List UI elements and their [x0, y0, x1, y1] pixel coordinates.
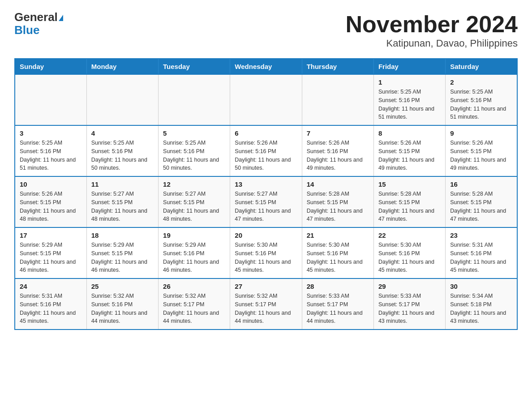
day-info: Sunrise: 5:33 AM Sunset: 5:17 PM Dayligh… [307, 292, 369, 325]
calendar-cell-w3-d7: 16Sunrise: 5:28 AM Sunset: 5:15 PM Dayli… [446, 176, 517, 227]
calendar-week-3: 10Sunrise: 5:26 AM Sunset: 5:15 PM Dayli… [15, 176, 517, 227]
day-info: Sunrise: 5:25 AM Sunset: 5:16 PM Dayligh… [20, 139, 82, 172]
calendar-cell-w5-d2: 25Sunrise: 5:32 AM Sunset: 5:16 PM Dayli… [86, 278, 158, 330]
day-info: Sunrise: 5:31 AM Sunset: 5:16 PM Dayligh… [450, 241, 512, 274]
day-info: Sunrise: 5:27 AM Sunset: 5:15 PM Dayligh… [91, 190, 154, 223]
calendar-cell-w2-d5: 7Sunrise: 5:26 AM Sunset: 5:16 PM Daylig… [302, 125, 373, 176]
calendar-body: 1Sunrise: 5:25 AM Sunset: 5:16 PM Daylig… [15, 74, 517, 330]
day-number: 10 [20, 180, 82, 188]
day-number: 13 [235, 180, 297, 188]
calendar-cell-w2-d3: 5Sunrise: 5:25 AM Sunset: 5:16 PM Daylig… [159, 125, 230, 176]
calendar-week-4: 17Sunrise: 5:29 AM Sunset: 5:15 PM Dayli… [15, 227, 517, 278]
calendar-cell-w1-d7: 2Sunrise: 5:25 AM Sunset: 5:16 PM Daylig… [446, 74, 517, 125]
calendar-cell-w5-d6: 29Sunrise: 5:33 AM Sunset: 5:17 PM Dayli… [373, 278, 445, 330]
day-number: 6 [235, 129, 297, 137]
weekday-header-wednesday: Wednesday [230, 59, 302, 74]
day-number: 19 [163, 231, 225, 239]
day-info: Sunrise: 5:28 AM Sunset: 5:15 PM Dayligh… [378, 190, 441, 223]
day-info: Sunrise: 5:25 AM Sunset: 5:16 PM Dayligh… [450, 88, 512, 121]
calendar-cell-w2-d6: 8Sunrise: 5:26 AM Sunset: 5:15 PM Daylig… [373, 125, 445, 176]
day-info: Sunrise: 5:25 AM Sunset: 5:16 PM Dayligh… [91, 139, 154, 172]
calendar-week-1: 1Sunrise: 5:25 AM Sunset: 5:16 PM Daylig… [15, 74, 517, 125]
weekday-header-tuesday: Tuesday [159, 59, 230, 74]
day-info: Sunrise: 5:34 AM Sunset: 5:18 PM Dayligh… [450, 292, 512, 325]
calendar-cell-w4-d6: 22Sunrise: 5:30 AM Sunset: 5:16 PM Dayli… [373, 227, 445, 278]
calendar-cell-w3-d2: 11Sunrise: 5:27 AM Sunset: 5:15 PM Dayli… [86, 176, 158, 227]
day-info: Sunrise: 5:26 AM Sunset: 5:15 PM Dayligh… [450, 139, 512, 172]
day-info: Sunrise: 5:28 AM Sunset: 5:15 PM Dayligh… [450, 190, 512, 223]
day-number: 7 [307, 129, 369, 137]
day-number: 12 [163, 180, 225, 188]
calendar-cell-w4-d2: 18Sunrise: 5:29 AM Sunset: 5:15 PM Dayli… [86, 227, 158, 278]
day-info: Sunrise: 5:29 AM Sunset: 5:15 PM Dayligh… [91, 241, 154, 274]
day-info: Sunrise: 5:30 AM Sunset: 5:16 PM Dayligh… [307, 241, 369, 274]
day-info: Sunrise: 5:29 AM Sunset: 5:16 PM Dayligh… [163, 241, 225, 274]
calendar-cell-w5-d1: 24Sunrise: 5:31 AM Sunset: 5:16 PM Dayli… [15, 278, 86, 330]
calendar-cell-w4-d3: 19Sunrise: 5:29 AM Sunset: 5:16 PM Dayli… [159, 227, 230, 278]
weekday-header-thursday: Thursday [302, 59, 373, 74]
day-info: Sunrise: 5:30 AM Sunset: 5:16 PM Dayligh… [235, 241, 297, 274]
day-info: Sunrise: 5:29 AM Sunset: 5:15 PM Dayligh… [20, 241, 82, 274]
calendar-week-5: 24Sunrise: 5:31 AM Sunset: 5:16 PM Dayli… [15, 278, 517, 330]
day-number: 24 [20, 283, 82, 290]
weekday-header-monday: Monday [86, 59, 158, 74]
weekday-header-sunday: Sunday [15, 59, 86, 74]
day-info: Sunrise: 5:27 AM Sunset: 5:15 PM Dayligh… [235, 190, 297, 223]
day-info: Sunrise: 5:28 AM Sunset: 5:15 PM Dayligh… [307, 190, 369, 223]
day-number: 2 [450, 78, 512, 86]
calendar-cell-w5-d4: 27Sunrise: 5:32 AM Sunset: 5:17 PM Dayli… [230, 278, 302, 330]
calendar-table: SundayMondayTuesdayWednesdayThursdayFrid… [14, 58, 518, 330]
calendar-header: SundayMondayTuesdayWednesdayThursdayFrid… [15, 59, 517, 74]
day-number: 9 [450, 129, 512, 137]
day-number: 23 [450, 231, 512, 239]
day-info: Sunrise: 5:30 AM Sunset: 5:16 PM Dayligh… [378, 241, 441, 274]
day-number: 29 [378, 283, 441, 290]
calendar-cell-w5-d7: 30Sunrise: 5:34 AM Sunset: 5:18 PM Dayli… [446, 278, 517, 330]
day-number: 14 [307, 180, 369, 188]
day-number: 8 [378, 129, 441, 137]
calendar-cell-w1-d1 [15, 74, 86, 125]
calendar-cell-w5-d3: 26Sunrise: 5:32 AM Sunset: 5:17 PM Dayli… [159, 278, 230, 330]
calendar-cell-w1-d2 [86, 74, 158, 125]
day-info: Sunrise: 5:26 AM Sunset: 5:15 PM Dayligh… [20, 190, 82, 223]
day-info: Sunrise: 5:27 AM Sunset: 5:15 PM Dayligh… [163, 190, 225, 223]
calendar-cell-w3-d4: 13Sunrise: 5:27 AM Sunset: 5:15 PM Dayli… [230, 176, 302, 227]
logo: General Blue [14, 11, 63, 36]
calendar-title: November 2024 [346, 11, 518, 38]
calendar-cell-w3-d5: 14Sunrise: 5:28 AM Sunset: 5:15 PM Dayli… [302, 176, 373, 227]
day-info: Sunrise: 5:31 AM Sunset: 5:16 PM Dayligh… [20, 292, 82, 325]
weekday-header-row: SundayMondayTuesdayWednesdayThursdayFrid… [15, 59, 517, 74]
day-info: Sunrise: 5:32 AM Sunset: 5:16 PM Dayligh… [91, 292, 154, 325]
calendar-cell-w2-d7: 9Sunrise: 5:26 AM Sunset: 5:15 PM Daylig… [446, 125, 517, 176]
day-number: 16 [450, 180, 512, 188]
calendar-cell-w1-d6: 1Sunrise: 5:25 AM Sunset: 5:16 PM Daylig… [373, 74, 445, 125]
day-number: 3 [20, 129, 82, 137]
calendar-cell-w4-d5: 21Sunrise: 5:30 AM Sunset: 5:16 PM Dayli… [302, 227, 373, 278]
calendar-cell-w2-d4: 6Sunrise: 5:26 AM Sunset: 5:16 PM Daylig… [230, 125, 302, 176]
page-header: General Blue November 2024 Katipunan, Da… [14, 11, 518, 49]
day-info: Sunrise: 5:25 AM Sunset: 5:16 PM Dayligh… [378, 88, 441, 121]
day-info: Sunrise: 5:26 AM Sunset: 5:16 PM Dayligh… [307, 139, 369, 172]
day-number: 5 [163, 129, 225, 137]
day-number: 25 [91, 283, 154, 290]
day-number: 30 [450, 283, 512, 290]
logo-general-line: General [14, 11, 63, 24]
logo-general-text: General [14, 10, 58, 24]
day-number: 11 [91, 180, 154, 188]
day-number: 20 [235, 231, 297, 239]
day-number: 22 [378, 231, 441, 239]
day-number: 27 [235, 283, 297, 290]
calendar-cell-w5-d5: 28Sunrise: 5:33 AM Sunset: 5:17 PM Dayli… [302, 278, 373, 330]
day-number: 1 [378, 78, 441, 86]
day-info: Sunrise: 5:32 AM Sunset: 5:17 PM Dayligh… [163, 292, 225, 325]
calendar-cell-w2-d1: 3Sunrise: 5:25 AM Sunset: 5:16 PM Daylig… [15, 125, 86, 176]
day-info: Sunrise: 5:32 AM Sunset: 5:17 PM Dayligh… [235, 292, 297, 325]
logo-blue-line: Blue [14, 24, 63, 37]
calendar-cell-w4-d7: 23Sunrise: 5:31 AM Sunset: 5:16 PM Dayli… [446, 227, 517, 278]
logo-blue-text: Blue [14, 23, 39, 37]
calendar-cell-w2-d2: 4Sunrise: 5:25 AM Sunset: 5:16 PM Daylig… [86, 125, 158, 176]
day-info: Sunrise: 5:26 AM Sunset: 5:16 PM Dayligh… [235, 139, 297, 172]
day-info: Sunrise: 5:25 AM Sunset: 5:16 PM Dayligh… [163, 139, 225, 172]
calendar-cell-w4-d1: 17Sunrise: 5:29 AM Sunset: 5:15 PM Dayli… [15, 227, 86, 278]
logo-triangle-icon [59, 15, 63, 21]
